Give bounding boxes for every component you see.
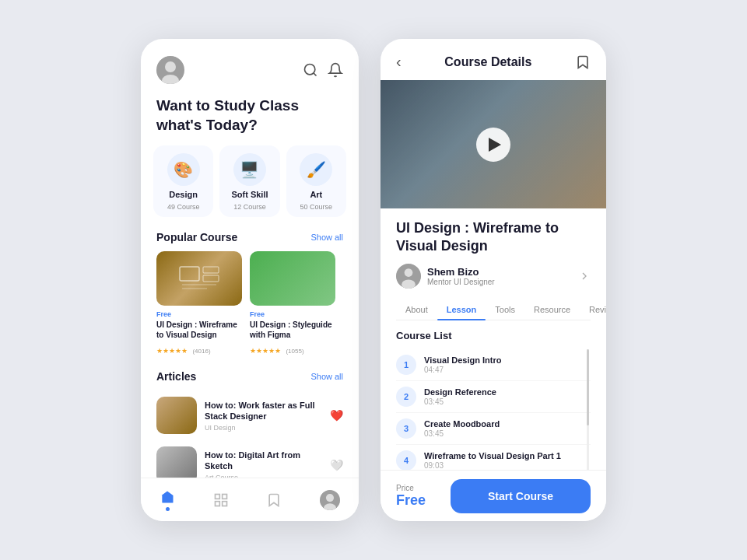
scrollbar — [587, 349, 589, 477]
course-card-1[interactable]: Free UI Design : Wireframe to Visual Des… — [156, 251, 242, 356]
tab-resource[interactable]: Resource — [524, 299, 580, 320]
art-count: 50 Course — [300, 203, 333, 211]
article-like-1[interactable]: ❤️ — [330, 409, 343, 422]
article-cat-1: UI Design — [205, 424, 322, 432]
category-softskill[interactable]: 🖥️ Soft Skill 12 Course — [219, 145, 279, 217]
svg-rect-13 — [222, 501, 226, 506]
right-bottom-bar: Price Free Start Course — [381, 470, 606, 521]
articles-section-header: Articles Show all — [141, 367, 359, 390]
header-icons — [303, 62, 343, 78]
avatar[interactable] — [156, 56, 184, 84]
video-container[interactable] — [381, 80, 606, 208]
design-icon: 🎨 — [167, 153, 200, 186]
play-button[interactable] — [476, 128, 510, 162]
tab-review[interactable]: Revie... — [580, 299, 606, 320]
tabs-row: About Lesson Tools Resource Revie... — [396, 299, 591, 320]
lesson-num-2: 2 — [396, 387, 416, 407]
stars-1: ★★★★★ — [156, 347, 188, 355]
course-list-title: Course List — [396, 330, 591, 341]
lesson-name-3: Create Moodboard — [424, 419, 591, 429]
free-badge-1: Free — [156, 310, 242, 318]
lessons-list: 1 Visual Design Intro 04:47 2 Design Ref… — [396, 349, 591, 477]
svg-point-1 — [165, 61, 176, 72]
back-button[interactable]: ‹ — [396, 53, 402, 71]
lesson-item-2[interactable]: 2 Design Reference 03:45 — [396, 381, 591, 413]
lesson-info-4: Wireframe to Visual Design Part 1 09:03 — [424, 451, 591, 470]
articles-title: Articles — [156, 370, 196, 383]
greeting: Want to Study Class what's Today? — [141, 90, 359, 145]
start-course-button[interactable]: Start Course — [451, 479, 591, 513]
popular-show-all[interactable]: Show all — [310, 233, 343, 242]
lesson-info-3: Create Moodboard 03:45 — [424, 419, 591, 438]
bottom-nav — [141, 478, 359, 521]
course-details-title: Course Details — [444, 55, 531, 69]
categories-row: 🎨 Design 49 Course 🖥️ Soft Skill 12 Cour… — [141, 145, 359, 228]
bookmark-icon[interactable] — [575, 54, 591, 70]
category-art[interactable]: 🖌️ Art 50 Course — [286, 145, 346, 217]
price-container: Price Free — [396, 484, 426, 509]
design-count: 49 Course — [167, 203, 200, 211]
art-icon: 🖌️ — [300, 153, 332, 186]
rating-1: (4016) — [192, 348, 210, 355]
svg-rect-12 — [215, 501, 219, 506]
left-header — [141, 39, 359, 90]
video-overlay — [381, 80, 606, 208]
lesson-time-4: 09:03 — [424, 461, 591, 470]
lesson-item-1[interactable]: 1 Visual Design Intro 04:47 — [396, 349, 591, 381]
svg-rect-11 — [222, 494, 226, 499]
svg-point-18 — [405, 268, 413, 277]
stars-2: ★★★★★ — [250, 347, 281, 355]
lesson-name-1: Visual Design Intro — [424, 355, 591, 365]
nav-profile[interactable] — [310, 485, 349, 515]
greeting-title: Want to Study Class what's Today? — [156, 96, 343, 135]
svg-rect-5 — [180, 267, 199, 281]
article-thumb-1 — [156, 397, 197, 434]
lesson-name-2: Design Reference — [424, 387, 591, 397]
courses-row: Free UI Design : Wireframe to Visual Des… — [141, 251, 359, 367]
tab-about[interactable]: About — [396, 299, 437, 320]
lesson-num-1: 1 — [396, 355, 416, 375]
svg-point-15 — [326, 494, 334, 502]
nav-bookmark[interactable] — [257, 488, 291, 513]
svg-rect-7 — [203, 275, 219, 282]
popular-section-header: Popular Course Show all — [141, 228, 359, 251]
svg-rect-6 — [203, 267, 219, 273]
left-phone: Want to Study Class what's Today? 🎨 Desi… — [141, 39, 359, 521]
free-badge-2: Free — [250, 310, 335, 318]
lesson-item-3[interactable]: 3 Create Moodboard 03:45 — [396, 413, 591, 445]
softskill-name: Soft Skill — [231, 190, 268, 199]
art-name: Art — [310, 190, 322, 199]
lesson-time-1: 04:47 — [424, 366, 591, 374]
design-name: Design — [169, 190, 198, 199]
article-info-1: How to: Work faster as Full Stack Design… — [205, 400, 322, 432]
svg-point-3 — [305, 65, 315, 75]
course-thumb-1 — [156, 251, 242, 306]
nav-grid[interactable] — [204, 488, 238, 513]
nav-home[interactable] — [150, 485, 184, 516]
notification-icon[interactable] — [328, 62, 343, 78]
course-big-title: UI Design : Wireframe to Visual Design — [396, 219, 591, 256]
course-title-1: UI Design : Wireframe to Visual Design — [156, 320, 242, 340]
search-icon[interactable] — [303, 62, 318, 78]
lesson-num-4: 4 — [396, 450, 416, 471]
tab-tools[interactable]: Tools — [486, 299, 524, 320]
article-like-2[interactable]: 🤍 — [330, 459, 343, 471]
lesson-num-3: 3 — [396, 418, 416, 439]
rating-2: (1055) — [286, 348, 303, 355]
price-value: Free — [396, 492, 426, 509]
price-label: Price — [396, 484, 426, 492]
category-design[interactable]: 🎨 Design 49 Course — [153, 145, 213, 217]
right-header: ‹ Course Details — [381, 39, 606, 80]
lesson-time-3: 03:45 — [424, 429, 591, 438]
chevron-right-icon[interactable] — [578, 270, 591, 282]
lesson-name-4: Wireframe to Visual Design Part 1 — [424, 451, 591, 460]
article-title-1: How to: Work faster as Full Stack Design… — [205, 400, 322, 422]
mentor-avatar — [396, 264, 421, 289]
article-item-1[interactable]: How to: Work faster as Full Stack Design… — [141, 390, 359, 440]
course-detail-content: UI Design : Wireframe to Visual Design S… — [381, 219, 606, 477]
articles-show-all[interactable]: Show all — [310, 372, 343, 381]
tab-lesson[interactable]: Lesson — [437, 299, 486, 320]
svg-line-4 — [314, 73, 317, 76]
mentor-info[interactable]: Shem Bizo Mentor UI Designer — [396, 264, 495, 289]
course-card-2[interactable]: Free UI Design : Styleguide with Figma ★… — [250, 251, 335, 356]
